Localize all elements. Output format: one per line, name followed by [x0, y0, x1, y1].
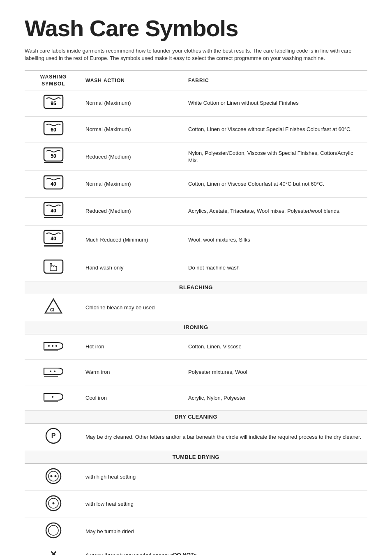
hand-wash-symbol: [42, 258, 65, 276]
iron-fabric-cool: Acrylic, Nylon, Polyester: [185, 385, 367, 411]
table-row: 60 Normal (Maximum) Cotton, Linen or Vis…: [25, 116, 367, 143]
tumble-fabric-high: [185, 463, 367, 491]
bleach-action: Chlorine bleach may be used: [82, 294, 185, 321]
table-row: 40 Reduced (Medium) Acrylics, Acetate, T…: [25, 197, 367, 225]
section-tumble-drying: TUMBLE DRYING: [25, 451, 367, 463]
svg-text:Cl: Cl: [50, 308, 54, 312]
wash-action-95: Normal (Maximum): [82, 90, 185, 116]
wash-action-40-normal: Normal (Maximum): [82, 171, 185, 197]
svg-text:P: P: [51, 432, 56, 439]
tumble-symbol-low: [44, 494, 62, 512]
tumble-action-any: May be tumble dried: [82, 518, 185, 545]
iron-action-cool: Cool iron: [82, 385, 185, 411]
page-title: Wash Care Symbols: [25, 16, 367, 41]
svg-point-29: [53, 502, 55, 504]
care-table: WASHING SYMBOL WASH ACTION FABRIC 95 Nor…: [25, 70, 367, 555]
col-header-fabric: FABRIC: [185, 71, 367, 90]
cross-symbol: ✕: [50, 549, 57, 555]
cross-action: A cross through any symbol means «DO NOT…: [82, 545, 367, 555]
tumble-symbol-any: [44, 521, 62, 539]
svg-point-15: [55, 345, 57, 347]
iron-fabric-warm: Polyester mixtures, Wool: [185, 359, 367, 385]
iron-fabric-hot: Cotton, Linen, Viscose: [185, 334, 367, 359]
table-row-tumble-high: with high heat setting: [25, 463, 367, 491]
tumble-fabric-any: [185, 518, 367, 545]
iron-symbol-warm: [42, 363, 65, 380]
table-row-iron-hot: Hot iron Cotton, Linen, Viscose: [25, 334, 367, 359]
svg-text:40: 40: [51, 208, 56, 214]
svg-text:40: 40: [51, 181, 56, 187]
svg-text:50: 50: [51, 153, 56, 159]
col-header-action: WASH ACTION: [82, 71, 185, 90]
wash-symbol-50: 50: [42, 146, 65, 165]
wash-action-40-min: Much Reduced (Minimum): [82, 225, 185, 255]
svg-point-13: [48, 345, 50, 347]
wash-fabric-40-normal: Cotton, Linen or Viscose Colourfast at 4…: [185, 171, 367, 197]
table-row-iron-cool: Cool iron Acrylic, Nylon, Polyester: [25, 385, 367, 411]
svg-point-20: [52, 396, 53, 398]
iron-symbol-cool: [42, 389, 65, 405]
table-row: 95 Normal (Maximum) White Cotton or Line…: [25, 90, 367, 116]
wash-symbol-40-min: 40: [42, 229, 65, 249]
svg-text:95: 95: [51, 101, 56, 106]
wash-symbol-60: 60: [42, 120, 65, 137]
intro-text: Wash care labels inside garments recomme…: [25, 47, 362, 62]
dry-clean-action: May be dry cleaned. Other letters and/or…: [82, 424, 367, 451]
table-row: 40 Normal (Maximum) Cotton, Linen or Vis…: [25, 171, 367, 197]
tumble-symbol-high: [44, 467, 62, 485]
tumble-action-high: with high heat setting: [82, 463, 185, 491]
table-row: 50 Reduced (Medium) Nylon, Polyester/Cot…: [25, 143, 367, 171]
svg-point-18: [54, 371, 55, 372]
wash-action-50: Reduced (Medium): [82, 143, 185, 171]
table-row-iron-warm: Warm iron Polyester mixtures, Wool: [25, 359, 367, 385]
svg-text:40: 40: [51, 236, 56, 242]
wash-fabric-40-reduced: Acrylics, Acetate, Triacetate, Wool mixe…: [185, 197, 367, 225]
tumble-fabric-low: [185, 491, 367, 518]
svg-point-31: [48, 525, 58, 535]
svg-point-25: [51, 475, 53, 477]
wash-action-60: Normal (Maximum): [82, 116, 185, 143]
iron-symbol-hot: [42, 338, 65, 354]
table-row-tumble-any: May be tumble dried: [25, 518, 367, 545]
wash-symbol-95: 95: [42, 94, 65, 111]
col-header-symbol: WASHING SYMBOL: [25, 71, 82, 90]
wash-action-40-reduced: Reduced (Medium): [82, 197, 185, 225]
wash-fabric-95: White Cotton or Linen without Special Fi…: [185, 90, 367, 116]
wash-fabric-hand: Do not machine wash: [185, 255, 367, 281]
iron-action-warm: Warm iron: [82, 359, 185, 385]
bleach-symbol: Cl: [44, 297, 62, 315]
section-dry-cleaning: DRY CLEANING: [25, 411, 367, 424]
wash-fabric-40-min: Wool, wool mixtures, Silks: [185, 225, 367, 255]
tumble-action-low: with low heat setting: [82, 491, 185, 518]
dry-clean-symbol: P: [44, 427, 62, 445]
table-row: Hand wash only Do not machine wash: [25, 255, 367, 281]
wash-symbol-40-reduced: 40: [42, 201, 65, 220]
wash-symbol-40-normal: 40: [42, 174, 65, 191]
iron-action-hot: Hot iron: [82, 334, 185, 359]
table-row-bleaching: Cl Chlorine bleach may be used: [25, 294, 367, 321]
wash-fabric-50: Nylon, Polyester/Cotton, Viscose with Sp…: [185, 143, 367, 171]
section-bleaching: BLEACHING: [25, 281, 367, 294]
svg-point-26: [55, 475, 57, 477]
table-row-cross: ✕ A cross through any symbol means «DO N…: [25, 545, 367, 555]
bleach-fabric: [185, 294, 367, 321]
table-row-tumble-low: with low heat setting: [25, 491, 367, 518]
svg-point-14: [52, 345, 53, 347]
svg-point-17: [50, 371, 51, 372]
table-row-dry-cleaning: P May be dry cleaned. Other letters and/…: [25, 424, 367, 451]
wash-action-hand: Hand wash only: [82, 255, 185, 281]
svg-text:60: 60: [51, 127, 56, 133]
section-ironing: IRONING: [25, 321, 367, 334]
wash-fabric-60: Cotton, Linen or Viscose without Special…: [185, 116, 367, 143]
svg-point-24: [48, 471, 58, 481]
table-row: 40 Much Reduced (Minimum) Wool, wool mix…: [25, 225, 367, 255]
